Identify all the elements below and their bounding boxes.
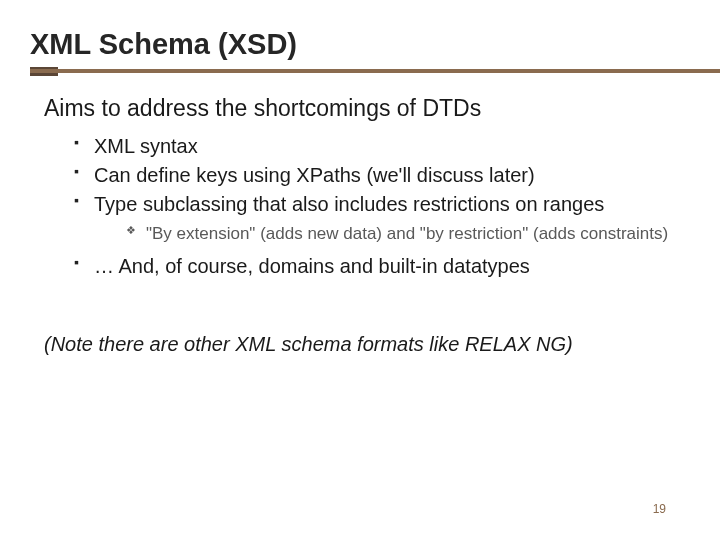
list-item: … And, of course, domains and built-in d… [74, 252, 676, 281]
bullet-list: XML syntax Can define keys using XPaths … [44, 132, 676, 281]
list-item: Can define keys using XPaths (we'll disc… [74, 161, 676, 190]
list-item: Type subclassing that also includes rest… [74, 190, 676, 252]
slide-title: XML Schema (XSD) [30, 28, 720, 61]
sub-bullet-list: "By extension" (adds new data) and "by r… [94, 221, 676, 246]
title-underline [30, 67, 720, 77]
bullet-text: Can define keys using XPaths (we'll disc… [94, 164, 535, 186]
slide-body: Aims to address the shortcomings of DTDs… [0, 77, 720, 356]
lead-text: Aims to address the shortcomings of DTDs [44, 95, 676, 122]
bullet-text: Type subclassing that also includes rest… [94, 193, 604, 215]
list-item: "By extension" (adds new data) and "by r… [126, 221, 676, 246]
slide: XML Schema (XSD) Aims to address the sho… [0, 0, 720, 540]
bullet-text: XML syntax [94, 135, 198, 157]
footnote: (Note there are other XML schema formats… [44, 333, 676, 356]
list-item: XML syntax [74, 132, 676, 161]
bullet-text: … And, of course, domains and built-in d… [94, 255, 530, 277]
page-number: 19 [653, 502, 666, 516]
underline-bar [30, 69, 720, 73]
bullet-text: "By extension" (adds new data) and "by r… [146, 224, 668, 243]
title-block: XML Schema (XSD) [0, 0, 720, 77]
